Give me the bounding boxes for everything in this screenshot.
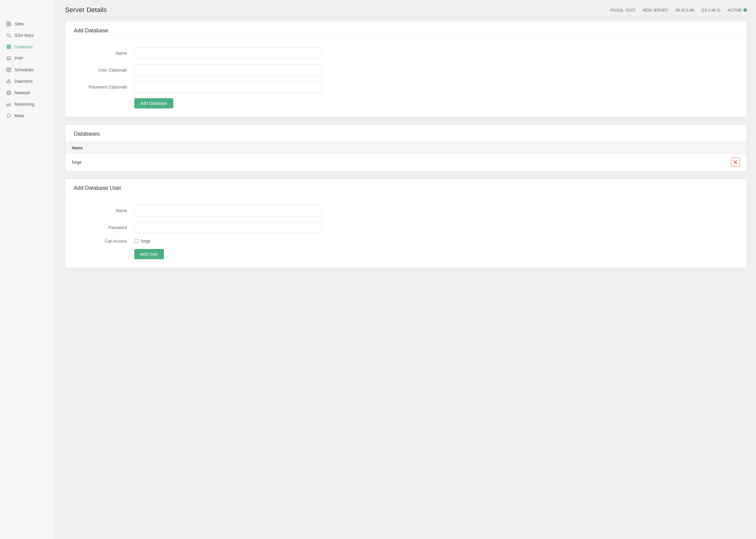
add-user-name-row: Name: [74, 205, 738, 216]
header-meta: PGSQL-TEST NEW JERSEY 45.32.5.88 (10.1.9…: [611, 8, 747, 12]
server-region: NEW JERSEY: [643, 8, 668, 12]
add-database-user-title: Add Database User: [74, 185, 738, 191]
svg-rect-8: [7, 46, 11, 47]
sidebar-item-daemons-label: Daemons: [15, 79, 33, 84]
can-access-options: forge: [134, 239, 150, 244]
svg-text:PHP: PHP: [8, 58, 11, 60]
databases-list-header: Databases: [65, 125, 747, 142]
status-badge: ACTIVE: [727, 8, 747, 12]
databases-table-header: Name: [65, 142, 747, 153]
add-database-title: Add Database: [74, 28, 738, 34]
forge-access-checkbox[interactable]: [134, 239, 139, 243]
add-user-password-label: Password: [74, 225, 134, 230]
sidebar-item-php[interactable]: PHP PHP: [0, 52, 56, 64]
monitoring-icon: [6, 102, 12, 107]
sites-icon: [6, 21, 12, 27]
add-database-card: Add Database Name User (Optional) Passwo…: [65, 21, 747, 117]
sidebar-item-sites-label: Sites: [15, 22, 24, 26]
meta-icon: [6, 113, 12, 118]
server-ip-public: 45.32.5.88: [676, 8, 694, 12]
scheduler-icon: [6, 67, 12, 72]
add-user-password-input[interactable]: [134, 222, 322, 233]
sidebar-item-meta-label: Meta: [15, 113, 24, 118]
page-title: Server Details: [65, 6, 107, 14]
database-icon: [6, 44, 12, 49]
sidebar-item-scheduler[interactable]: Scheduler: [0, 64, 56, 76]
svg-rect-18: [8, 70, 9, 70]
svg-rect-0: [7, 22, 8, 24]
delete-database-button[interactable]: [731, 158, 740, 167]
sidebar-item-meta[interactable]: Meta: [0, 110, 56, 121]
sidebar-item-daemons[interactable]: Daemons: [0, 76, 56, 87]
forge-access-label[interactable]: forge: [141, 239, 150, 244]
add-user-actions: Add User: [74, 249, 738, 259]
sidebar-item-monitoring[interactable]: Monitoring: [0, 99, 56, 110]
database-row-name: forge: [72, 160, 82, 165]
sidebar-item-scheduler-label: Scheduler: [15, 67, 34, 72]
add-db-name-row: Name: [74, 47, 738, 59]
add-db-password-row: Password (Optional): [74, 81, 738, 93]
add-db-user-input[interactable]: [134, 64, 322, 76]
add-db-name-label: Name: [74, 51, 134, 55]
header: Server Details PGSQL-TEST NEW JERSEY 45.…: [65, 6, 747, 14]
svg-rect-1: [9, 22, 11, 24]
delete-icon: [734, 160, 737, 164]
databases-list-card: Databases Name forge: [65, 124, 747, 171]
sidebar-item-network-label: Network: [15, 90, 30, 95]
databases-col-name: Name: [72, 146, 83, 150]
svg-point-4: [7, 34, 9, 36]
add-user-can-access-row: Can Access forge: [74, 239, 738, 244]
add-database-user-card: Add Database User Name Password Can Acce…: [65, 179, 747, 268]
php-icon: PHP: [6, 55, 12, 61]
network-icon: [6, 90, 12, 96]
main-content: Server Details PGSQL-TEST NEW JERSEY 45.…: [56, 0, 756, 539]
add-db-password-input[interactable]: [134, 81, 322, 93]
add-user-name-input[interactable]: [134, 205, 322, 216]
svg-rect-9: [7, 47, 11, 48]
databases-list-title: Databases: [74, 131, 738, 137]
sidebar: Sites SSH Keys Da: [0, 0, 56, 539]
add-db-user-row: User (Optional): [74, 64, 738, 76]
add-user-button[interactable]: Add User: [134, 249, 164, 259]
table-row: forge: [65, 153, 747, 171]
add-db-name-input[interactable]: [134, 47, 322, 59]
sidebar-item-database-label: Database: [15, 44, 33, 49]
sidebar-item-network[interactable]: Network: [0, 87, 56, 99]
svg-rect-17: [8, 70, 8, 70]
add-db-user-label: User (Optional): [74, 68, 134, 72]
sidebar-item-php-label: PHP: [15, 56, 23, 61]
add-user-password-row: Password: [74, 222, 738, 233]
svg-rect-10: [7, 48, 11, 49]
key-icon: [6, 33, 12, 38]
svg-rect-2: [7, 24, 8, 26]
add-database-user-card-header: Add Database User: [65, 179, 747, 196]
svg-rect-21: [8, 71, 9, 71]
sidebar-item-ssh-keys[interactable]: SSH Keys: [0, 30, 56, 41]
add-user-can-access-label: Can Access: [74, 239, 134, 244]
svg-rect-20: [8, 71, 8, 71]
add-db-password-label: Password (Optional): [74, 85, 134, 89]
svg-rect-19: [9, 70, 10, 70]
sidebar-item-sites[interactable]: Sites: [0, 18, 56, 30]
sidebar-item-monitoring-label: Monitoring: [15, 102, 34, 107]
add-database-form: Name User (Optional) Password (Optional)…: [65, 39, 747, 117]
add-database-card-header: Add Database: [65, 22, 747, 39]
sidebar-item-ssh-keys-label: SSH Keys: [15, 33, 34, 38]
server-ip-private: (10.1.96.3): [701, 8, 720, 12]
add-user-name-label: Name: [74, 208, 134, 213]
status-dot: [743, 8, 747, 12]
svg-rect-7: [7, 45, 11, 45]
status-label: ACTIVE: [727, 8, 742, 12]
svg-rect-3: [9, 24, 11, 26]
sidebar-item-database[interactable]: Database: [0, 41, 56, 52]
add-database-user-form: Name Password Can Access forge: [65, 196, 747, 268]
server-name: PGSQL-TEST: [611, 8, 635, 12]
svg-point-24: [8, 82, 9, 83]
daemons-icon: [6, 79, 12, 84]
add-database-button[interactable]: Add Database: [134, 98, 173, 109]
add-database-actions: Add Database: [74, 98, 738, 109]
